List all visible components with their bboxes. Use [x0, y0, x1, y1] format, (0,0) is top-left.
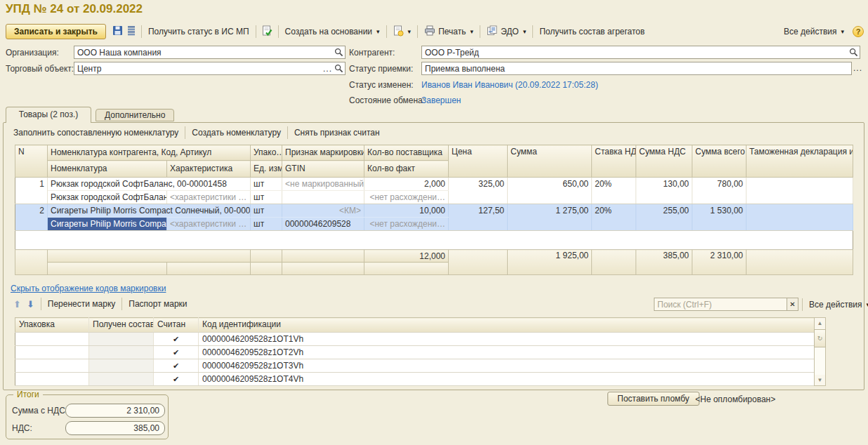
clear-search-button[interactable]: ✕: [787, 298, 798, 311]
fill-mapped-nomenclature-button[interactable]: Заполнить сопоставленную номенклатуру: [11, 126, 181, 139]
print-button[interactable]: Печать▾: [421, 24, 476, 39]
status-changed-link[interactable]: Иванов Иван Иванович (20.09.2022 17:05:2…: [421, 80, 598, 90]
post-document-button[interactable]: [125, 24, 138, 39]
unset-scanned-button[interactable]: Снять признак считан: [291, 126, 383, 139]
cell-fact-qty[interactable]: <нет расхождени…: [364, 191, 449, 204]
scroll-up-button[interactable]: ▲: [815, 318, 825, 329]
cell-customs[interactable]: [747, 204, 853, 231]
cell-vat-rate[interactable]: 20%: [592, 204, 636, 231]
tab-goods[interactable]: Товары (2 поз.): [6, 107, 91, 123]
search-input[interactable]: [654, 298, 787, 311]
column-header-nomenclature[interactable]: Номенклатура: [48, 161, 167, 178]
cell-received[interactable]: [89, 346, 154, 359]
cell-nomenclature-selected[interactable]: Сигареты Philip Morris Compact…: [48, 218, 167, 231]
help-button[interactable]: ?: [853, 26, 864, 37]
column-header-n[interactable]: N: [15, 145, 48, 178]
marks-scrollbar[interactable]: ▲ ↻ ▼: [814, 317, 826, 386]
cell-sum[interactable]: 650,00: [508, 178, 592, 204]
cell-package[interactable]: [15, 333, 89, 346]
organization-field[interactable]: ООО Наша компания: [74, 46, 346, 59]
cell-nomenclature[interactable]: Рюкзак городской СофтБаланс: [48, 191, 167, 204]
cell-scanned[interactable]: ✔: [154, 359, 199, 373]
cell-characteristic[interactable]: <характеристики …: [167, 191, 251, 204]
scroll-track[interactable]: [815, 347, 825, 375]
column-header-fact-qty[interactable]: Кол-во факт: [364, 161, 449, 178]
move-mark-button[interactable]: Перенести марку: [45, 298, 118, 310]
cell-scanned[interactable]: ✔: [154, 373, 199, 386]
create-document-menu-button[interactable]: ▾: [390, 24, 414, 40]
create-nomenclature-button[interactable]: Создать номенклатуру: [189, 126, 284, 139]
cell-total[interactable]: 780,00: [692, 178, 747, 204]
edo-button[interactable]: ЭДО▾: [484, 24, 529, 39]
counterparty-lookup-button[interactable]: [848, 48, 860, 57]
column-header-total[interactable]: Сумма всего: [692, 145, 747, 178]
column-header-received[interactable]: Получен состав: [89, 318, 154, 333]
cell-marking[interactable]: <не маркированный>: [282, 178, 364, 191]
all-actions-button[interactable]: Все действия▾: [781, 25, 847, 38]
move-up-button[interactable]: ⬆: [11, 299, 24, 310]
trade-object-lookup-button[interactable]: [333, 64, 345, 73]
cell-counterparty-nomenclature[interactable]: Сигареты Philip Morris Compact Солнечный…: [48, 204, 251, 218]
acceptance-status-field[interactable]: Приемка выполнена: [421, 62, 852, 75]
column-header-gtin[interactable]: GTIN: [282, 161, 364, 178]
cell-price[interactable]: 127,50: [449, 204, 508, 231]
trade-object-ellipsis-button[interactable]: ...: [322, 64, 333, 74]
trade-object-field[interactable]: Центр ...: [74, 62, 346, 75]
cell-vat-sum[interactable]: 130,00: [636, 178, 692, 204]
cell-package[interactable]: шт: [251, 178, 282, 191]
cell-marking[interactable]: <КМ>: [282, 204, 364, 218]
column-header-counterparty-nomenclature[interactable]: Номенклатура контрагента, Код, Артикул: [48, 145, 251, 161]
column-header-scanned[interactable]: Считан: [154, 318, 199, 333]
column-header-vat-sum[interactable]: Сумма НДС: [636, 145, 692, 178]
cell-sum[interactable]: 1 275,00: [508, 204, 592, 231]
counterparty-field[interactable]: ООО Р-Трейд: [421, 46, 860, 59]
cell-n[interactable]: 1: [15, 178, 48, 204]
cell-vat-sum[interactable]: 255,00: [636, 204, 692, 231]
cell-unit[interactable]: шт: [251, 191, 282, 204]
cell-package[interactable]: [15, 346, 89, 359]
cell-vat-rate[interactable]: 20%: [592, 178, 636, 204]
cell-package[interactable]: [15, 359, 89, 373]
tab-additional[interactable]: Дополнительно: [96, 109, 174, 121]
create-based-on-button[interactable]: Создать на основании▾: [282, 25, 383, 38]
mark-passport-button[interactable]: Паспорт марки: [126, 298, 190, 310]
column-header-sum[interactable]: Сумма: [508, 145, 592, 178]
cell-counterparty-nomenclature[interactable]: Рюкзак городской СофтБаланс, 00-00001458: [48, 178, 251, 191]
cell-n[interactable]: 2: [15, 204, 48, 231]
cell-scanned[interactable]: ✔: [154, 333, 199, 346]
set-seal-button[interactable]: Поставить пломбу: [607, 392, 699, 406]
cell-customs[interactable]: [747, 178, 853, 204]
cell-supplier-qty[interactable]: 10,000: [364, 204, 449, 218]
organization-lookup-button[interactable]: [333, 48, 345, 57]
get-aggregates-button[interactable]: Получить состав агрегатов: [537, 25, 647, 38]
column-header-code[interactable]: Код идентификации: [199, 318, 815, 333]
save-button[interactable]: [110, 24, 125, 39]
column-header-customs[interactable]: Таможенная декларация или РНПТ: [747, 145, 853, 178]
cell-received[interactable]: [89, 359, 154, 373]
column-header-package[interactable]: Упако…: [251, 145, 282, 161]
column-header-marking[interactable]: Признак маркировки: [282, 145, 364, 161]
cell-characteristic[interactable]: <характеристики …: [167, 218, 251, 231]
save-and-close-button[interactable]: Записать и закрыть: [6, 24, 106, 39]
cell-code[interactable]: 00000046209528z1OT2Vh: [199, 346, 815, 359]
toggle-marking-codes-link[interactable]: Скрыть отображение кодов маркировки: [11, 284, 166, 293]
scroll-down-button[interactable]: ▼: [815, 375, 825, 386]
check-document-button[interactable]: [260, 24, 275, 40]
column-header-characteristic[interactable]: Характеристика: [167, 161, 251, 178]
cell-package[interactable]: [15, 373, 89, 386]
cell-unit[interactable]: шт: [251, 218, 282, 231]
cell-supplier-qty[interactable]: 2,000: [364, 178, 449, 191]
cell-received[interactable]: [89, 373, 154, 386]
cell-gtin[interactable]: 00000046209528: [282, 218, 364, 231]
cell-code[interactable]: 00000046209528z1OT1Vh: [199, 333, 815, 346]
cell-package[interactable]: шт: [251, 204, 282, 218]
cell-gtin[interactable]: [282, 191, 364, 204]
get-status-button[interactable]: Получить статус в ИС МП: [145, 25, 252, 38]
cell-fact-qty[interactable]: <нет расхождени…: [364, 218, 449, 231]
column-header-vat-rate[interactable]: Ставка НДС: [592, 145, 636, 178]
acceptance-status-ellipsis-button[interactable]: ...: [853, 63, 862, 73]
exchange-state-link[interactable]: Завершен: [421, 95, 461, 105]
cell-scanned[interactable]: ✔: [154, 346, 199, 359]
cell-price[interactable]: 325,00: [449, 178, 508, 204]
cell-received[interactable]: [89, 333, 154, 346]
